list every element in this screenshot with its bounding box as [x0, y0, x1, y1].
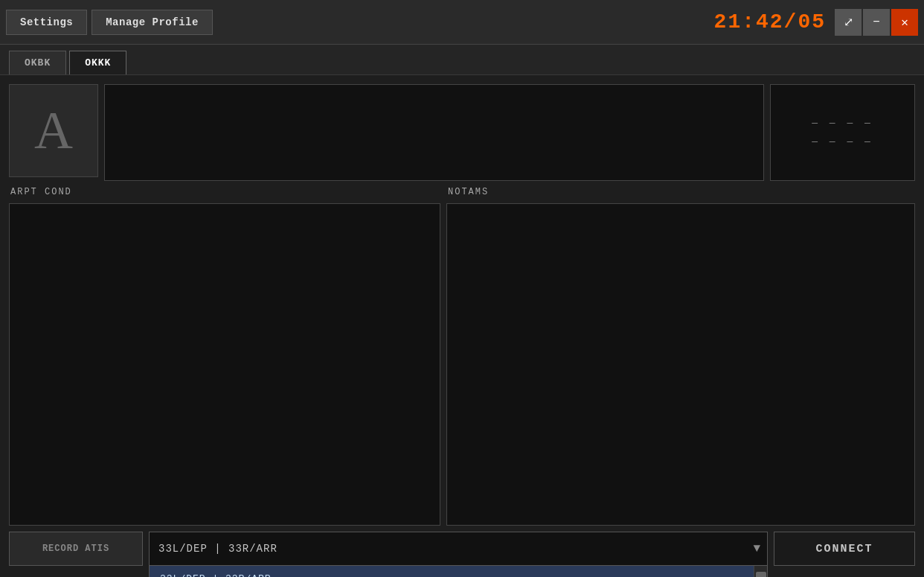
dashes-line-1: — — — —	[812, 118, 873, 129]
tabs-bar: OKBK OKKK	[0, 45, 924, 75]
manage-profile-button[interactable]: Manage Profile	[92, 10, 213, 35]
airport-logo: A	[9, 84, 98, 177]
header: Settings Manage Profile 21:42/05 ⤢ − ✕	[0, 0, 924, 45]
scroll-thumb	[756, 572, 766, 577]
runway-select-display[interactable]: 33L/DEP | 33R/ARR	[149, 532, 768, 566]
notams-box	[446, 203, 915, 526]
window-controls: ⤢ − ✕	[835, 9, 918, 36]
clock-display: 21:42/05	[714, 10, 826, 34]
minimize-button[interactable]: −	[863, 9, 890, 36]
dashes-line-2: — — — —	[812, 136, 873, 147]
tab-okkk[interactable]: OKKK	[69, 51, 126, 74]
arpt-cond-label: ARPT COND	[9, 187, 440, 197]
atis-text-area	[104, 84, 764, 181]
expand-button[interactable]: ⤢	[835, 9, 862, 36]
dropdown-scrollbar[interactable]	[754, 566, 767, 577]
middle-panels	[9, 203, 915, 526]
right-info-panel: — — — — — — — —	[770, 84, 915, 181]
tab-okbk[interactable]: OKBK	[9, 51, 66, 74]
close-button[interactable]: ✕	[891, 9, 918, 36]
runway-dropdown-list: 33L/DEP | 33R/ARR33R/DEP | 33L/ARR15R/DE…	[149, 566, 768, 577]
top-panel: A — — — — — — — —	[9, 84, 915, 181]
notams-label: NOTAMS	[446, 187, 915, 197]
selected-runway-text: 33L/DEP | 33R/ARR	[158, 543, 277, 555]
runway-select-wrapper: 33L/DEP | 33R/ARR ▼ 33L/DEP | 33R/ARR33R…	[149, 532, 768, 566]
labels-row: ARPT COND NOTAMS	[9, 187, 915, 197]
main-content: A — — — — — — — — ARPT COND NOTAMS RECOR…	[0, 75, 924, 575]
bottom-bar: RECORD ATIS 33L/DEP | 33R/ARR ▼ 33L/DEP …	[9, 532, 915, 566]
connect-button[interactable]: CONNECT	[774, 532, 915, 566]
settings-button[interactable]: Settings	[6, 10, 87, 35]
airport-logo-letter: A	[34, 100, 73, 162]
arpt-cond-box	[9, 203, 440, 526]
dropdown-item[interactable]: 33L/DEP | 33R/ARR	[150, 566, 767, 577]
record-atis-button[interactable]: RECORD ATIS	[9, 532, 143, 566]
